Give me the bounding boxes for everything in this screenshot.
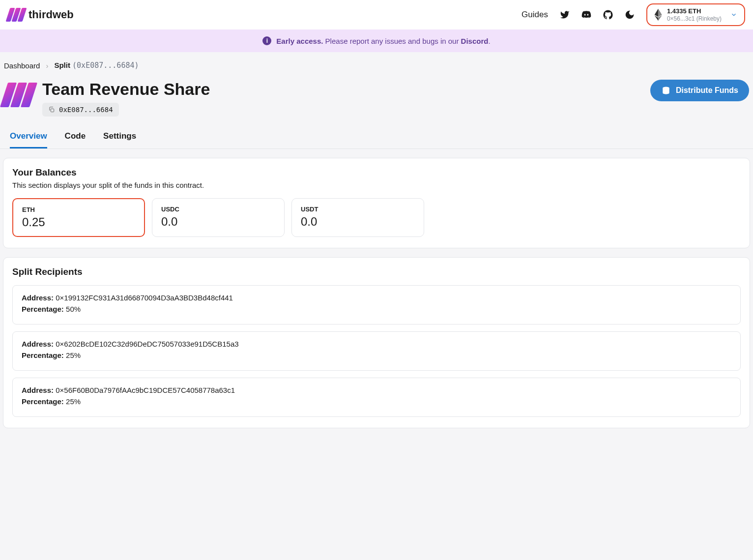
ethereum-icon [654, 9, 662, 21]
breadcrumb: Dashboard › Split (0xE087...6684) [0, 52, 753, 74]
header-right: Guides 1.4335 ETH 0×56...3c1 (Rinkeby) [521, 3, 745, 26]
recipient-address: 0×199132FC931A31d66870094D3aA3BD3Bd48cf4… [56, 294, 233, 302]
wallet-text: 1.4335 ETH 0×56...3c1 (Rinkeby) [667, 7, 722, 22]
github-icon[interactable] [603, 10, 613, 20]
recipient-address: 0×56F60B0Da7976fAAc9bC19DCE57C4058778a63… [56, 386, 235, 394]
recipient-row: Address: 0×6202BcDE102C32d96DeDC75057033… [12, 331, 741, 371]
discord-link[interactable]: Discord [461, 37, 489, 45]
contract-address: 0xE087...6684 [59, 106, 113, 114]
page-header: Team Revenue Share 0xE087...6684 Distrib… [0, 74, 753, 126]
balance-symbol: USDT [301, 206, 415, 213]
brand-name: thirdweb [29, 8, 74, 21]
balance-card-eth: ETH 0.25 [12, 198, 145, 237]
recipient-percentage: 25% [66, 397, 81, 406]
balance-value: 0.0 [301, 215, 415, 229]
tab-overview[interactable]: Overview [10, 126, 47, 148]
chevron-down-icon [730, 11, 737, 18]
recipient-percentage: 25% [66, 351, 81, 359]
tab-settings[interactable]: Settings [103, 126, 136, 148]
breadcrumb-dashboard[interactable]: Dashboard [4, 61, 40, 70]
wallet-dropdown[interactable]: 1.4335 ETH 0×56...3c1 (Rinkeby) [646, 3, 745, 26]
balance-symbol: ETH [22, 206, 135, 213]
contract-logo-icon [4, 83, 33, 107]
chevron-right-icon: › [46, 61, 48, 70]
balances-heading: Your Balances [12, 167, 741, 178]
recipients-card: Split Recipients Address: 0×199132FC931A… [3, 257, 750, 428]
wallet-address: 0×56...3c1 (Rinkeby) [667, 15, 722, 22]
recipient-address: 0×6202BcDE102C32d96DeDC75057033e91D5CB15… [56, 340, 238, 348]
breadcrumb-current: Split (0xE087...6684) [54, 61, 139, 70]
contract-address-chip[interactable]: 0xE087...6684 [42, 103, 119, 117]
wallet-balance: 1.4335 ETH [667, 7, 722, 15]
balances-subtitle: This section displays your split of the … [12, 181, 741, 189]
distribute-funds-button[interactable]: Distribute Funds [650, 80, 749, 101]
balance-value: 0.25 [22, 215, 135, 229]
recipient-row: Address: 0×56F60B0Da7976fAAc9bC19DCE57C4… [12, 378, 741, 417]
balance-symbol: USDC [161, 206, 275, 213]
recipient-percentage: 50% [66, 305, 81, 313]
tab-code[interactable]: Code [65, 126, 86, 148]
page-title: Team Revenue Share [42, 80, 210, 99]
guides-link[interactable]: Guides [521, 10, 548, 20]
balance-card-usdc: USDC 0.0 [152, 198, 285, 237]
svg-rect-0 [51, 109, 54, 112]
copy-icon [48, 106, 55, 113]
balance-value: 0.0 [161, 215, 275, 229]
recipients-heading: Split Recipients [12, 266, 741, 277]
info-icon: i [262, 36, 271, 45]
discord-icon[interactable] [581, 10, 591, 20]
balance-card-usdt: USDT 0.0 [291, 198, 424, 237]
recipient-row: Address: 0×199132FC931A31d66870094D3aA3B… [12, 285, 741, 324]
header: thirdweb Guides 1.4335 ETH 0×56...3c1 (R… [0, 0, 753, 29]
brand-logo[interactable]: thirdweb [8, 8, 74, 22]
twitter-icon[interactable] [560, 10, 570, 20]
banner-text: Early access. Please report any issues a… [276, 37, 490, 45]
balances-card: Your Balances This section displays your… [3, 158, 750, 248]
coins-icon [661, 86, 671, 95]
early-access-banner: i Early access. Please report any issues… [0, 29, 753, 52]
logo-mark-icon [8, 8, 25, 22]
tabs: Overview Code Settings [0, 126, 753, 149]
theme-moon-icon[interactable] [625, 10, 635, 20]
